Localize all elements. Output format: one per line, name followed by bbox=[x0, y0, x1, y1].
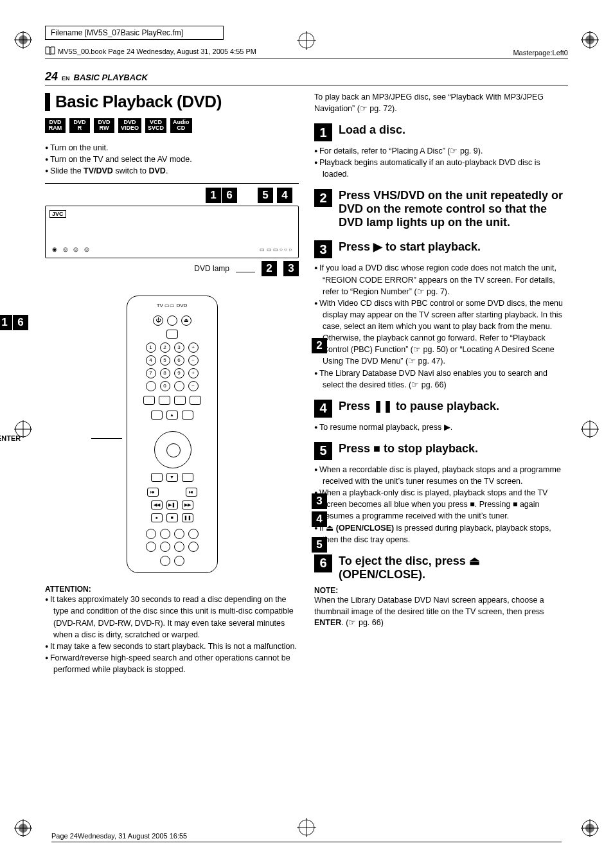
attention-block: ATTENTION: It takes approximately 30 sec… bbox=[45, 585, 299, 675]
step-title-6: To eject the disc, press ⏏ (OPEN/CLOSE). bbox=[339, 554, 568, 581]
badge-dvd-r: DVDR bbox=[69, 118, 90, 133]
remote-callout-2: 2 bbox=[312, 338, 327, 353]
remote-illustration: TV ▭▭ DVD ⏻⏏ 123+ 456− 789+ 0− ▲ ▼ ⏮⏭ ◀◀… bbox=[127, 296, 218, 573]
remote-callout-1-6: 1 6 bbox=[0, 315, 28, 330]
cropmark-mr bbox=[581, 420, 599, 438]
step-2: 2 Press VHS/DVD on the unit repeatedly o… bbox=[314, 189, 568, 229]
step-num-1: 1 bbox=[314, 123, 332, 141]
badge-dvd-ram: DVDRAM bbox=[45, 118, 66, 133]
regmark-bottom bbox=[297, 818, 316, 837]
step-num-6: 6 bbox=[314, 554, 332, 572]
cropmark-bl bbox=[14, 819, 32, 837]
step-4-body: To resume normal playback, press ▶. bbox=[314, 421, 568, 433]
step-1: 1 Load a disc. bbox=[314, 123, 568, 141]
step-3-body: With Video CD discs with PBC control or … bbox=[314, 297, 568, 368]
page-lang: EN bbox=[62, 75, 70, 82]
step-5-body: If ⏏ (OPEN/CLOSE) is pressed during play… bbox=[314, 522, 568, 545]
step-num-5: 5 bbox=[314, 442, 332, 460]
step-num-4: 4 bbox=[314, 400, 332, 418]
masterpage-label: Masterpage:Left0 bbox=[513, 49, 568, 57]
step-title-3: Press ▶ to start playback. bbox=[339, 240, 481, 254]
remote-figure: 1 6 ENTER TV ▭▭ DVD ⏻⏏ 123+ 456− 789+ 0−… bbox=[45, 296, 299, 573]
step-num-2: 2 bbox=[314, 189, 332, 207]
device-controls: ▭ ▭ ▭ ○ ○ ○ bbox=[260, 247, 292, 252]
step-1-body: For details, refer to “Placing A Disc” (… bbox=[314, 145, 568, 157]
step-title-2: Press VHS/DVD on the unit repeatedly or … bbox=[339, 189, 568, 229]
jvc-logo: JVC bbox=[49, 210, 66, 218]
callout-4: 4 bbox=[277, 188, 292, 203]
page-section: BASIC PLAYBACK bbox=[74, 73, 148, 82]
callout-3: 3 bbox=[283, 261, 299, 276]
right-column: To play back an MP3/JPEG disc, see “Play… bbox=[314, 92, 568, 675]
intro-item: Turn on the TV and select the AV mode. bbox=[45, 154, 299, 165]
remote-enter-label: ENTER bbox=[0, 434, 21, 442]
step-title-5: Press ■ to stop playback. bbox=[339, 442, 478, 456]
device-figure: 1 6 5 4 JVC ◉ ◎ ◎ ◎ ▭ ▭ ▭ ○ ○ ○ DVD lamp… bbox=[45, 206, 299, 276]
badge-audio-cd: AudioCD bbox=[170, 118, 192, 133]
step-6: 6 To eject the disc, press ⏏ (OPEN/CLOSE… bbox=[314, 554, 568, 581]
footer-rule bbox=[51, 842, 562, 842]
attention-heading: ATTENTION: bbox=[45, 585, 299, 594]
intro-item: Turn on the unit. bbox=[45, 142, 299, 154]
remote-dpad bbox=[154, 431, 191, 468]
step-4: 4 Press ❚❚ to pause playback. bbox=[314, 400, 568, 418]
step-1-body: Playback begins automatically if an auto… bbox=[314, 157, 568, 180]
cropmark-tl bbox=[14, 31, 32, 49]
main-title: Basic Playback (DVD) bbox=[55, 92, 222, 112]
filename-box: Filename [MV5S_07Basic PlayRec.fm] bbox=[45, 26, 224, 40]
cropmark-br bbox=[581, 819, 599, 837]
attention-item: It may take a few seconds to start playb… bbox=[45, 641, 299, 652]
step-5-body: When a playback-only disc is played, pla… bbox=[314, 487, 568, 522]
callout-2: 2 bbox=[262, 261, 277, 276]
footer-text: Page 24Wednesday, 31 August 2005 16:55 bbox=[51, 832, 187, 840]
callout-5: 5 bbox=[258, 188, 273, 203]
remote-callout-5: 5 bbox=[312, 537, 327, 553]
note-heading: NOTE: bbox=[314, 586, 568, 595]
title-bar bbox=[45, 93, 50, 111]
step-title-1: Load a disc. bbox=[339, 123, 405, 137]
step-5-body: When a recordable disc is played, playba… bbox=[314, 464, 568, 487]
book-icon bbox=[45, 46, 55, 57]
step-3: 3 Press ▶ to start playback. bbox=[314, 240, 568, 258]
left-column: Basic Playback (DVD) DVDRAM DVDR DVDRW D… bbox=[45, 92, 299, 675]
dvd-lamp-label: DVD lamp bbox=[194, 264, 229, 273]
badge-dvd-video: DVDVIDEO bbox=[118, 118, 141, 133]
step-num-3: 3 bbox=[314, 240, 332, 258]
step-3-body: If you load a DVD disc whose region code… bbox=[314, 262, 568, 297]
page-number: 24 bbox=[45, 70, 58, 84]
step-title-4: Press ❚❚ to pause playback. bbox=[339, 400, 499, 413]
attention-item: It takes approximately 30 seconds to rea… bbox=[45, 594, 299, 641]
cropmark-tr bbox=[581, 31, 599, 49]
badge-dvd-rw: DVDRW bbox=[94, 118, 114, 133]
step-5: 5 Press ■ to stop playback. bbox=[314, 442, 568, 460]
right-intro: To play back an MP3/JPEG disc, see “Play… bbox=[314, 92, 568, 114]
badge-vcd-svcd: VCDSVCD bbox=[145, 118, 166, 133]
regmark-top bbox=[297, 31, 316, 50]
page-header: 24 EN BASIC PLAYBACK bbox=[45, 70, 568, 85]
note-body: When the Library Database DVD Navi scree… bbox=[314, 595, 568, 629]
book-line: MV5S_00.book Page 24 Wednesday, August 3… bbox=[58, 48, 256, 55]
intro-item: Slide the TV/DVD switch to DVD. bbox=[45, 165, 299, 177]
intro-list: Turn on the unit. Turn on the TV and sel… bbox=[45, 142, 299, 184]
device-illustration: JVC ◉ ◎ ◎ ◎ ▭ ▭ ▭ ○ ○ ○ bbox=[45, 206, 299, 258]
disc-badges: DVDRAM DVDR DVDRW DVDVIDEO VCDSVCD Audio… bbox=[45, 118, 299, 133]
step-3-body: The Library Database DVD Navi also enabl… bbox=[314, 368, 568, 391]
attention-item: Forward/reverse high-speed search and ot… bbox=[45, 652, 299, 675]
device-jacks: ◉ ◎ ◎ ◎ bbox=[52, 246, 91, 252]
callout-1-6: 1 6 bbox=[206, 188, 237, 203]
